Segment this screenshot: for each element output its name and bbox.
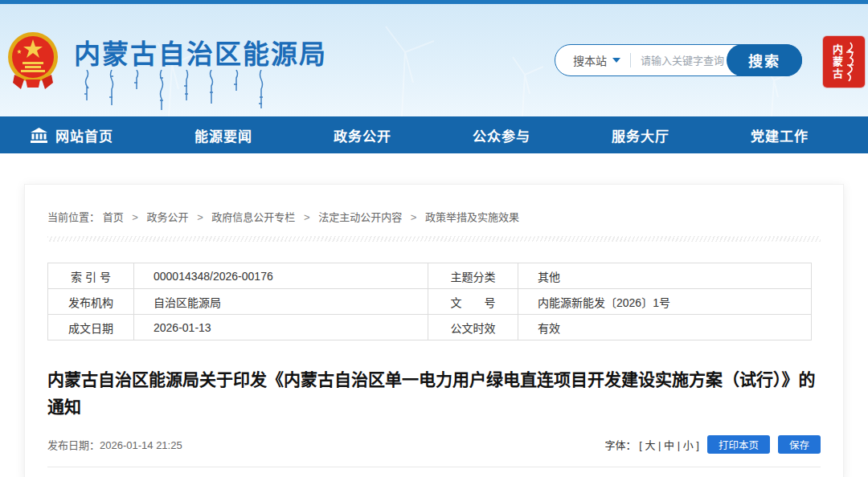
document-title: 内蒙古自治区能源局关于印发《内蒙古自治区单一电力用户绿电直连项目开发建设实施方案…: [47, 366, 819, 421]
validity-value: 有效: [518, 315, 812, 340]
mongolian-script-decoration: [84, 70, 264, 112]
nav-item-public-participation[interactable]: 公众参与: [473, 125, 530, 145]
search-input[interactable]: [641, 55, 727, 67]
issuing-agency-label: 发布机构: [48, 289, 134, 315]
site-header: 内蒙古自治区能源局 搜本站 搜索 内蒙古: [0, 4, 868, 116]
search-scope-label: 搜本站: [573, 52, 607, 68]
search-bar: 搜本站 搜索: [555, 44, 802, 76]
home-building-icon: [31, 128, 47, 143]
nav-item-label: 政务公开: [334, 125, 391, 145]
seal-calligraphy-strokes: [845, 41, 856, 83]
article-meta-row: 发布日期：2026-01-14 21:25 字体： [ 大 | 中 | 小 ] …: [47, 435, 821, 454]
breadcrumb-link-gov-affairs[interactable]: 政务公开: [147, 211, 189, 223]
article-actions: 字体： [ 大 | 中 | 小 ] 打印本页 保存: [605, 435, 821, 454]
issuing-agency-value: 自治区能源局: [134, 289, 428, 315]
content-card: 当前位置： 首页 > 政务公开 > 政府信息公开专栏 > 法定主动公开内容 > …: [24, 184, 844, 477]
search-scope-dropdown[interactable]: 搜本站: [555, 52, 620, 68]
table-row: 发布机构 自治区能源局 文 号 内能源新能发〔2026〕1号: [48, 289, 812, 315]
index-number-label: 索 引 号: [48, 263, 134, 289]
nav-item-label: 党建工作: [751, 125, 809, 145]
index-number-value: 000014348/2026-00176: [134, 263, 428, 289]
search-divider: [630, 53, 631, 67]
nav-item-label: 网站首页: [55, 125, 113, 145]
nav-item-service-hall[interactable]: 服务大厅: [612, 125, 669, 145]
nav-item-label: 服务大厅: [612, 125, 669, 145]
breadcrumb-link-policy-measures[interactable]: 政策举措及实施效果: [425, 211, 519, 223]
table-row: 索 引 号 000014348/2026-00176 主题分类 其他: [48, 263, 812, 289]
breadcrumb-prefix: 当前位置：: [47, 211, 100, 223]
font-size-medium[interactable]: 中: [664, 439, 674, 451]
nav-item-label: 能源要闻: [194, 125, 252, 145]
font-size-small[interactable]: 小: [683, 439, 694, 451]
national-emblem-logo: [6, 28, 59, 91]
nav-item-party-building[interactable]: 党建工作: [751, 125, 809, 145]
breadcrumb-link-home[interactable]: 首页: [103, 211, 124, 223]
main-navigation: 网站首页 能源要闻 政务公开 公众参与 服务大厅 党建工作: [0, 116, 868, 153]
red-calligraphy-seal: 内蒙古: [823, 36, 865, 88]
doc-number-label: 文 号: [428, 289, 518, 315]
print-page-button[interactable]: 打印本页: [707, 435, 770, 454]
search-button[interactable]: 搜索: [727, 44, 802, 76]
table-row: 成文日期 2026-01-13 公文时效 有效: [48, 315, 812, 340]
topic-category-value: 其他: [518, 263, 812, 289]
save-button[interactable]: 保存: [778, 435, 821, 454]
breadcrumb-link-statutory-disclosure[interactable]: 法定主动公开内容: [318, 211, 402, 223]
validity-label: 公文时效: [428, 315, 518, 340]
nav-item-gov-affairs[interactable]: 政务公开: [334, 125, 391, 145]
doc-number-value: 内能源新能发〔2026〕1号: [518, 289, 812, 315]
document-info-table: 索 引 号 000014348/2026-00176 主题分类 其他 发布机构 …: [47, 263, 812, 340]
breadcrumb-link-info-disclosure[interactable]: 政府信息公开专栏: [211, 211, 295, 223]
font-size-large[interactable]: 大: [645, 439, 655, 451]
bottom-divider: [47, 467, 821, 467]
breadcrumb: 当前位置： 首页 > 政务公开 > 政府信息公开专栏 > 法定主动公开内容 > …: [47, 185, 821, 224]
topic-category-label: 主题分类: [428, 263, 518, 289]
nav-item-home[interactable]: 网站首页: [31, 125, 113, 145]
nav-item-label: 公众参与: [473, 125, 530, 145]
nav-item-news[interactable]: 能源要闻: [194, 125, 252, 145]
written-date-label: 成文日期: [48, 315, 134, 340]
written-date-value: 2026-01-13: [134, 315, 428, 340]
chevron-down-icon: [612, 58, 620, 63]
publish-date: 发布日期：2026-01-14 21:25: [47, 437, 182, 452]
seal-text: 内蒙古: [832, 44, 842, 80]
site-title: 内蒙古自治区能源局: [74, 33, 327, 71]
hatched-divider: [47, 236, 821, 242]
font-size-switcher: 字体： [ 大 | 中 | 小 ]: [605, 437, 699, 452]
